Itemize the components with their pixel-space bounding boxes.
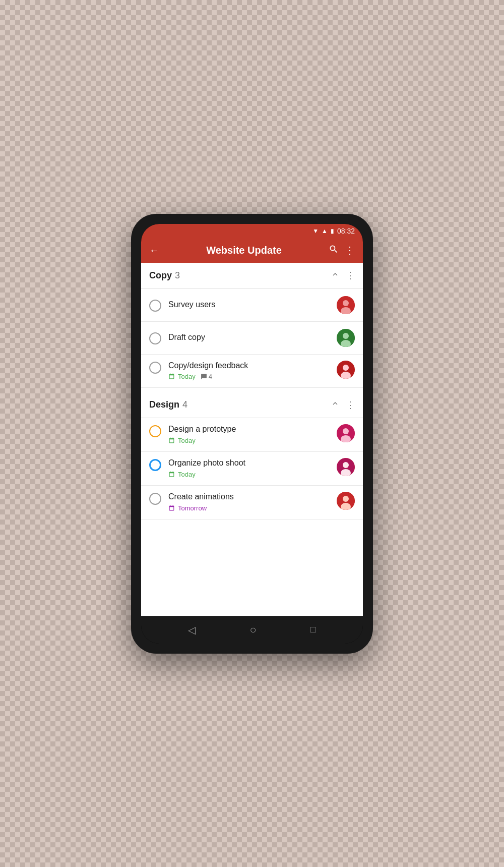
task-date-photo-shoot: Today [168, 471, 196, 478]
design-section-more[interactable]: ⋮ [346, 399, 355, 411]
task-organize-photo-shoot[interactable]: Organize photo shoot Today [141, 452, 363, 486]
status-time: 08:32 [337, 227, 355, 235]
task-checkbox-design-prototype[interactable] [149, 425, 161, 437]
task-title-survey-users: Survey users [168, 300, 330, 310]
copy-section-collapse[interactable] [331, 270, 340, 281]
svg-point-13 [343, 462, 349, 468]
task-content-draft-copy: Draft copy [168, 332, 330, 343]
more-button[interactable]: ⋮ [345, 244, 355, 256]
date-text-copy-feedback: Today [178, 373, 196, 380]
status-bar: ▼ ▲ ▮ 08:32 [141, 224, 363, 238]
date-text-create-animations: Tomorrow [178, 504, 207, 512]
avatar-create-animations [337, 492, 355, 510]
design-section-collapse[interactable] [331, 399, 340, 411]
svg-point-7 [343, 365, 349, 371]
copy-section-more[interactable]: ⋮ [346, 270, 355, 281]
task-survey-users[interactable]: Survey users [141, 289, 363, 322]
task-design-prototype[interactable]: Design a prototype Today [141, 418, 363, 452]
task-content-design-prototype: Design a prototype Today [168, 424, 330, 444]
task-date-copy-feedback: Today [168, 373, 196, 380]
battery-icon: ▮ [331, 227, 334, 235]
task-checkbox-photo-shoot[interactable] [149, 459, 161, 471]
task-meta-design-prototype: Today [168, 437, 330, 444]
task-title-create-animations: Create animations [168, 492, 330, 502]
task-copy-design-feedback[interactable]: Copy/design feedback Today [141, 355, 363, 388]
task-title-photo-shoot: Organize photo shoot [168, 458, 330, 469]
avatar-survey-users [337, 296, 355, 314]
task-comment-count: 4 [201, 373, 212, 380]
task-checkbox-survey-users[interactable] [149, 300, 161, 312]
avatar-design-prototype [337, 424, 355, 442]
svg-point-10 [343, 428, 349, 434]
app-bar: ← Website Update ⋮ [141, 238, 363, 263]
task-content-photo-shoot: Organize photo shoot Today [168, 458, 330, 478]
task-title-copy-feedback: Copy/design feedback [168, 361, 330, 371]
svg-point-16 [343, 496, 349, 502]
nav-recent-button[interactable]: □ [310, 624, 316, 635]
task-title-draft-copy: Draft copy [168, 332, 330, 343]
design-section-header: Design 4 ⋮ [141, 392, 363, 418]
copy-section-count: 3 [175, 270, 180, 281]
task-create-animations[interactable]: Create animations Tomorrow [141, 486, 363, 519]
task-content-survey-users: Survey users [168, 300, 330, 310]
content-area: Copy 3 ⋮ Survey users [141, 263, 363, 616]
copy-section-header: Copy 3 ⋮ [141, 263, 363, 289]
date-text-design-prototype: Today [178, 437, 196, 444]
task-date-create-animations: Tomorrow [168, 504, 207, 512]
copy-section-title: Copy [149, 270, 172, 281]
signal-icon: ▲ [322, 227, 328, 235]
task-content-create-animations: Create animations Tomorrow [168, 492, 330, 512]
task-meta-create-animations: Tomorrow [168, 504, 330, 512]
date-text-photo-shoot: Today [178, 471, 196, 478]
design-section-title: Design [149, 399, 179, 410]
task-meta-copy-feedback: Today 4 [168, 373, 330, 380]
task-title-design-prototype: Design a prototype [168, 424, 330, 435]
task-checkbox-create-animations[interactable] [149, 493, 161, 505]
svg-point-1 [343, 300, 349, 306]
avatar-photo-shoot [337, 458, 355, 476]
task-checkbox-copy-feedback[interactable] [149, 362, 161, 374]
task-meta-photo-shoot: Today [168, 471, 330, 478]
svg-point-4 [343, 333, 349, 339]
design-section-count: 4 [182, 399, 187, 410]
task-checkbox-draft-copy[interactable] [149, 332, 161, 344]
wifi-icon: ▼ [312, 227, 319, 235]
avatar-draft-copy [337, 329, 355, 347]
task-draft-copy[interactable]: Draft copy [141, 322, 363, 355]
comment-count: 4 [209, 373, 212, 380]
task-content-copy-feedback: Copy/design feedback Today [168, 361, 330, 381]
nav-home-button[interactable]: ○ [249, 623, 256, 637]
bottom-navigation: ◁ ○ □ [141, 616, 363, 644]
nav-back-button[interactable]: ◁ [188, 624, 196, 636]
avatar-copy-feedback [337, 361, 355, 379]
task-date-design-prototype: Today [168, 437, 196, 444]
search-button[interactable] [329, 244, 339, 257]
app-title: Website Update [165, 245, 323, 256]
empty-space [141, 519, 363, 580]
back-button[interactable]: ← [149, 245, 159, 256]
